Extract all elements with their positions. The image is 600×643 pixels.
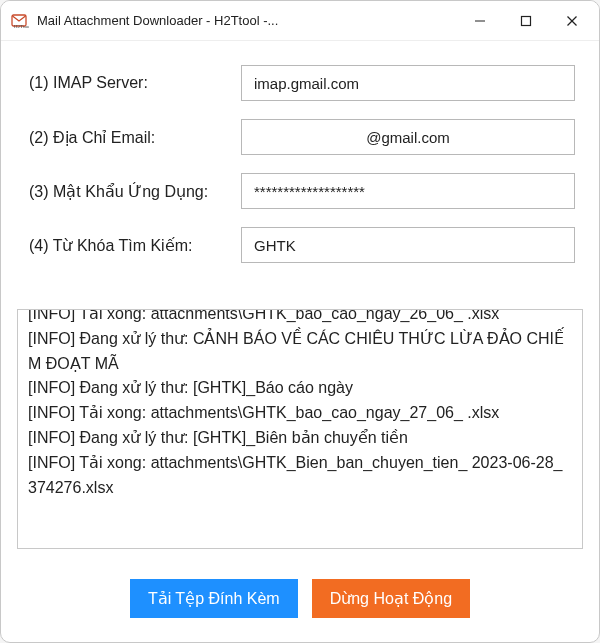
row-keyword: (4) Từ Khóa Tìm Kiếm: — [25, 227, 575, 263]
log-output[interactable]: [INFO] Tải xong: attachments\GHTK_bao_ca… — [17, 309, 583, 549]
log-line: [INFO] Tải xong: attachments\GHTK_Bien_b… — [28, 451, 572, 501]
minimize-button[interactable] — [457, 1, 503, 40]
app-icon: H2Ttool — [11, 12, 29, 30]
imap-label: (1) IMAP Server: — [25, 74, 241, 92]
titlebar: H2Ttool Mail Attachment Downloader - H2T… — [1, 1, 599, 41]
stop-button[interactable]: Dừng Hoạt Động — [312, 579, 471, 618]
maximize-button[interactable] — [503, 1, 549, 40]
log-line: [INFO] Đang xử lý thư: [GHTK]_Báo cáo ng… — [28, 376, 572, 401]
imap-input[interactable] — [241, 65, 575, 101]
log-line: [INFO] Tải xong: attachments\GHTK_bao_ca… — [28, 309, 572, 327]
email-input[interactable] — [241, 119, 575, 155]
row-imap: (1) IMAP Server: — [25, 65, 575, 101]
download-button[interactable]: Tải Tệp Đính Kèm — [130, 579, 298, 618]
row-email: (2) Địa Chỉ Email: — [25, 119, 575, 155]
password-label: (3) Mật Khẩu Ứng Dụng: — [25, 182, 241, 201]
close-button[interactable] — [549, 1, 595, 40]
window-controls — [457, 1, 595, 40]
log-line: [INFO] Đang xử lý thư: CẢNH BÁO VỀ CÁC C… — [28, 327, 572, 377]
log-line: [INFO] Tải xong: attachments\GHTK_bao_ca… — [28, 401, 572, 426]
keyword-input[interactable] — [241, 227, 575, 263]
button-row: Tải Tệp Đính Kèm Dừng Hoạt Động — [25, 579, 575, 618]
svg-rect-3 — [522, 16, 531, 25]
content-area: (1) IMAP Server: (2) Địa Chỉ Email: (3) … — [1, 41, 599, 642]
app-window: H2Ttool Mail Attachment Downloader - H2T… — [0, 0, 600, 643]
password-input[interactable] — [241, 173, 575, 209]
row-password: (3) Mật Khẩu Ứng Dụng: — [25, 173, 575, 209]
keyword-label: (4) Từ Khóa Tìm Kiếm: — [25, 236, 241, 255]
window-title: Mail Attachment Downloader - H2Ttool -..… — [37, 13, 457, 28]
svg-text:H2Ttool: H2Ttool — [14, 24, 29, 29]
log-line: [INFO] Đang xử lý thư: [GHTK]_Biên bản c… — [28, 426, 572, 451]
email-label: (2) Địa Chỉ Email: — [25, 128, 241, 147]
